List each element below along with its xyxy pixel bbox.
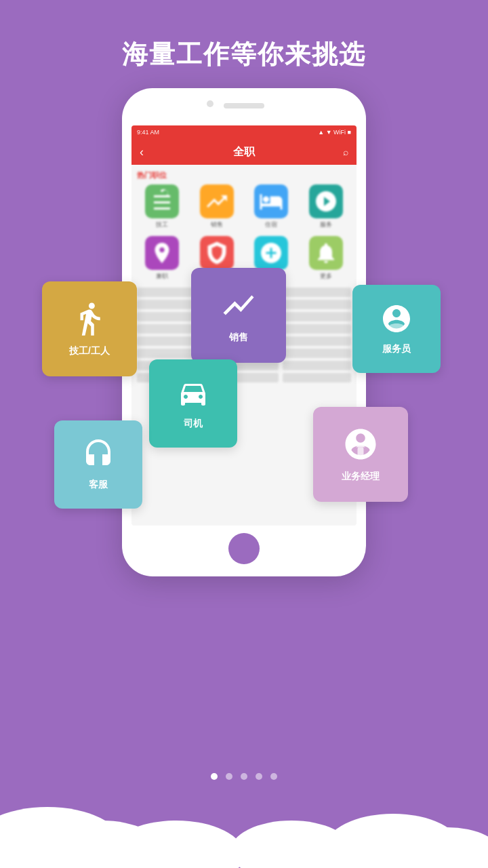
status-bar: 9:41 AM ▲ ▼ WiFi ■: [131, 125, 357, 139]
icon-item-2: 销售: [192, 184, 243, 229]
job-list: [137, 288, 351, 382]
page-title: 海量工作等你来挑选: [0, 0, 488, 72]
headset-icon: [82, 438, 115, 475]
search-icon: ⌕: [343, 146, 348, 157]
phone-speaker: [224, 103, 264, 108]
status-bar-right: ▲ ▼ WiFi ■: [318, 129, 351, 136]
dot-5[interactable]: [270, 773, 277, 780]
person-service-icon: [380, 302, 413, 339]
icon-box-7: [254, 236, 288, 270]
icon-box-6: [200, 236, 234, 270]
phone-home-button: [228, 533, 260, 564]
icon-item-6: 餐饮: [192, 236, 243, 281]
phone-camera: [207, 100, 214, 107]
icon-box-8: [309, 236, 343, 270]
icon-item-3: 住宿: [246, 184, 297, 229]
app-header-title: 全职: [233, 145, 255, 159]
icon-box-4: [309, 184, 343, 218]
icon-item-4: 服务: [301, 184, 352, 229]
icon-item-5: 兼职: [137, 236, 188, 281]
phone-screen: 9:41 AM ▲ ▼ WiFi ■ ‹ 全职 ⌕ 热门职位 技工: [131, 125, 357, 526]
back-icon: ‹: [140, 145, 144, 159]
dot-1[interactable]: [211, 773, 218, 780]
icon-grid: 技工 销售 住宿: [137, 184, 351, 229]
card-label-jigong: 技工/工人: [69, 345, 110, 357]
icon-box-2: [200, 184, 234, 218]
icon-item-8: 更多: [301, 236, 352, 281]
screen-content: 热门职位 技工 销售: [131, 165, 357, 388]
dot-2[interactable]: [226, 773, 232, 780]
construction-icon: [71, 300, 108, 341]
status-bar-left: 9:41 AM: [137, 129, 159, 136]
card-label-fuwuyuan: 服务员: [382, 343, 411, 355]
icon-item-7: 教育: [246, 236, 297, 281]
icon-item-1: 技工: [137, 184, 188, 229]
phone-mockup: 9:41 AM ▲ ▼ WiFi ■ ‹ 全职 ⌕ 热门职位 技工: [122, 88, 366, 576]
icon-box-1: [145, 184, 179, 218]
dot-4[interactable]: [256, 773, 262, 780]
pagination-dots: [211, 773, 277, 780]
icon-grid-2: 兼职 餐饮 教育: [137, 236, 351, 281]
icon-box-3: [254, 184, 288, 218]
card-label-kefu: 客服: [89, 479, 108, 491]
icon-box-5: [145, 236, 179, 270]
section-title: 热门职位: [137, 170, 351, 180]
dot-3[interactable]: [241, 773, 247, 780]
app-header: ‹ 全职 ⌕: [131, 139, 357, 165]
clouds-decoration: [0, 787, 488, 868]
